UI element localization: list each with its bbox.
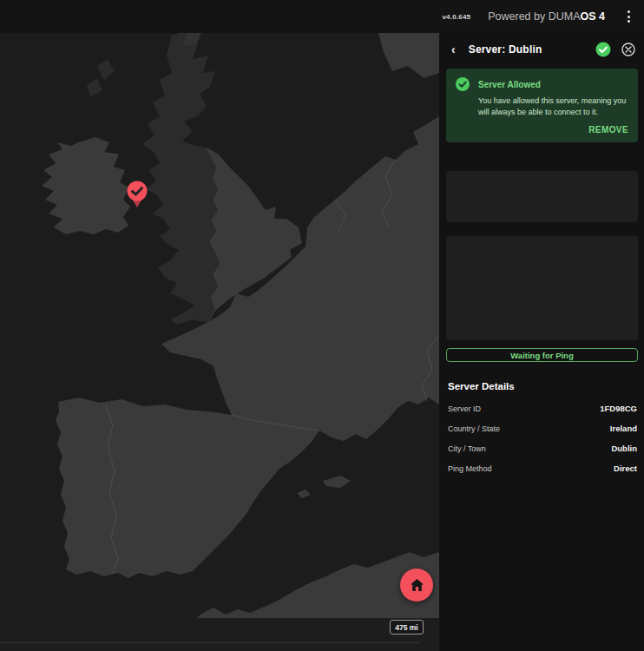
detail-label: Ping Method xyxy=(448,464,492,473)
detail-label: City / Town xyxy=(448,444,486,453)
panel-header: ‹ Server: Dublin xyxy=(439,33,644,66)
map-footer-divider xyxy=(0,642,419,643)
server-allowed-alert: Server Allowed You have allowed this ser… xyxy=(446,69,638,142)
powered-by-text: Powered by DUMA xyxy=(488,10,580,23)
detail-label: Country / State xyxy=(448,424,500,433)
back-button[interactable]: ‹ xyxy=(450,42,457,57)
alert-body-text: You have allowed this server, meaning yo… xyxy=(478,95,628,117)
panel-title: Server: Dublin xyxy=(469,43,542,56)
allow-check-circle-icon[interactable] xyxy=(595,42,611,57)
remove-button[interactable]: REMOVE xyxy=(456,125,628,135)
alert-header: Server Allowed xyxy=(456,77,628,91)
detail-row-country-state: Country / State Ireland xyxy=(439,418,644,438)
powered-by-brand: Powered by DUMAOS 4 xyxy=(488,10,605,23)
graph-placeholder-2 xyxy=(446,236,638,340)
detail-value: 1FD98CG xyxy=(600,404,637,413)
detail-label: Server ID xyxy=(448,404,481,413)
alert-title: Server Allowed xyxy=(478,80,541,89)
version-label: v4.0.645 xyxy=(442,13,470,21)
detail-value: Direct xyxy=(614,464,637,473)
waiting-for-ping-button[interactable]: Waiting for Ping xyxy=(446,348,638,362)
app-window: v4.0.645 Powered by DUMAOS 4 xyxy=(0,0,644,651)
map-landmass-graphic xyxy=(0,33,439,618)
detail-value: Dublin xyxy=(611,444,637,453)
map-footer-bar: 475 mi xyxy=(0,618,439,651)
header-action-icons xyxy=(595,42,635,57)
map-scale-control: 475 mi xyxy=(390,620,424,635)
block-cross-circle-icon[interactable] xyxy=(621,43,635,56)
detail-row-server-id: Server ID 1FD98CG xyxy=(439,398,644,418)
top-bar: v4.0.645 Powered by DUMAOS 4 xyxy=(0,0,644,33)
recenter-home-button[interactable] xyxy=(400,569,433,602)
world-map[interactable] xyxy=(0,33,439,618)
check-circle-icon xyxy=(456,77,470,91)
detail-row-city-town: City / Town Dublin xyxy=(439,438,644,458)
server-details-rows: Server ID 1FD98CG Country / State Irelan… xyxy=(439,398,644,478)
server-details-heading: Server Details xyxy=(439,381,644,391)
detail-row-ping-method: Ping Method Direct xyxy=(439,458,644,478)
server-detail-panel: ‹ Server: Dublin Serve xyxy=(439,33,644,651)
server-details-section: Server Details Server ID 1FD98CG Country… xyxy=(439,381,644,478)
graph-placeholder-1 xyxy=(446,171,638,222)
home-icon xyxy=(411,579,424,591)
map-pin-check-icon xyxy=(125,178,149,209)
brand-bold-text: OS 4 xyxy=(581,10,606,23)
server-marker-pin[interactable] xyxy=(125,178,149,209)
detail-value: Ireland xyxy=(610,424,637,433)
kebab-menu-icon[interactable] xyxy=(622,7,635,26)
